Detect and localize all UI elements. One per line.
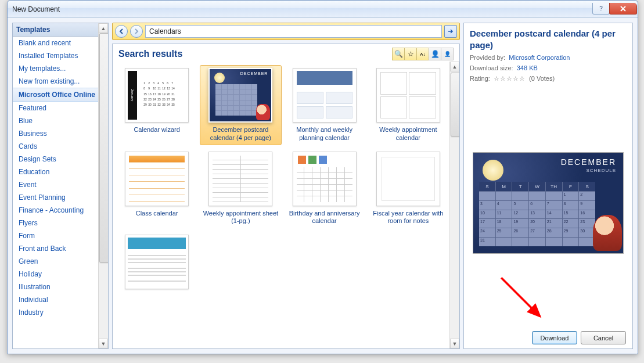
results-panel: Search results 🔍 ☆ A↓ 👤 👤 January1234567… — [112, 44, 460, 349]
nav-forward-button[interactable] — [130, 25, 143, 38]
dialog-buttons: Download Cancel — [532, 331, 626, 344]
close-icon — [620, 6, 627, 12]
rating-label: Rating: — [470, 75, 490, 82]
results-scrollbar[interactable]: ▲ ▼ — [449, 62, 459, 348]
template-card[interactable]: Weekly appointment sheet (1-pg.) — [200, 149, 281, 229]
sidebar-item[interactable]: Holiday — [13, 268, 98, 281]
provider-link[interactable]: Microsoft Corporation — [509, 54, 570, 61]
cancel-button[interactable]: Cancel — [581, 331, 626, 344]
dialog-body: Templates ⌄ Blank and recentInstalled Te… — [8, 18, 638, 354]
results-header: Search results 🔍 ☆ A↓ 👤 👤 — [113, 44, 459, 62]
sidebar-item[interactable]: Finance - Accounting — [13, 204, 98, 217]
arrow-right-icon — [134, 28, 139, 34]
sidebar-item[interactable]: Form — [13, 229, 98, 242]
scroll-down-icon[interactable]: ▼ — [99, 339, 108, 348]
scroll-up-icon[interactable]: ▲ — [450, 62, 459, 71]
go-button[interactable] — [444, 25, 457, 38]
rating-votes: (0 Votes) — [529, 75, 555, 82]
nav-back-button[interactable] — [115, 25, 128, 38]
template-card[interactable]: Class calendar — [116, 149, 197, 229]
scroll-up-icon[interactable]: ▲ — [99, 23, 108, 33]
help-button[interactable]: ? — [592, 3, 610, 15]
sidebar-item[interactable]: Event Planning — [13, 191, 98, 204]
santa-icon — [593, 215, 622, 251]
sidebar-item[interactable]: Event — [13, 178, 98, 191]
nav-toolbar: Calendars — [112, 23, 460, 40]
sidebar-item[interactable]: Blue — [13, 114, 98, 127]
view-search-icon[interactable]: 🔍 — [392, 48, 405, 60]
scroll-track[interactable] — [99, 33, 108, 339]
view-sort-icon[interactable]: A↓ — [416, 48, 429, 60]
sidebar-item[interactable]: Business — [13, 127, 98, 140]
template-card[interactable]: Monthly and weekly planning calendar — [284, 65, 365, 145]
sidebar-item[interactable]: Green — [13, 255, 98, 268]
preview-rating: Rating: ☆☆☆☆☆ (0 Votes) — [470, 75, 627, 82]
templates-sidebar: Templates ⌄ Blank and recentInstalled Te… — [12, 23, 109, 349]
new-document-dialog: New Document ? Templates ⌄ Blank and rec… — [7, 0, 638, 354]
sidebar-scrollbar[interactable]: ▲ ▼ — [98, 23, 108, 348]
template-label: December postcard calendar (4 per page) — [203, 126, 278, 142]
results-grid: January123456789101112131415161718192021… — [113, 62, 459, 299]
template-label: Class calendar — [136, 210, 178, 218]
sidebar-item[interactable]: Design Sets — [13, 153, 98, 166]
preview-thumbnail: DECEMBER SCHEDULE SMTWTHFS12345678910111… — [473, 152, 624, 254]
scroll-thumb[interactable] — [451, 73, 459, 136]
view-tools: 🔍 ☆ A↓ 👤 👤 — [393, 48, 454, 60]
template-card[interactable]: Birthday and anniversary calendar — [284, 149, 365, 229]
view-user-icon[interactable]: 👤 — [429, 48, 441, 60]
template-card[interactable]: January123456789101112131415161718192021… — [116, 65, 197, 145]
template-card[interactable]: DECEMBERDecember postcard calendar (4 pe… — [200, 65, 281, 145]
sidebar-item[interactable]: Cards — [13, 140, 98, 153]
preview-big-title: DECEMBER — [561, 157, 616, 167]
template-label: Birthday and anniversary calendar — [287, 210, 362, 226]
template-card[interactable] — [116, 232, 197, 296]
sidebar-list: Blank and recentInstalled TemplatesMy te… — [13, 37, 108, 348]
template-label: Fiscal year calendar with room for notes — [370, 210, 446, 226]
preview-thumbnail-wrap: DECEMBER SCHEDULE SMTWTHFS12345678910111… — [470, 152, 627, 254]
sidebar-item[interactable]: Individual — [13, 293, 98, 306]
close-button[interactable] — [609, 3, 637, 15]
sidebar-item[interactable]: Blank and recent — [13, 37, 98, 49]
arrow-left-icon — [118, 28, 124, 34]
sidebar-item[interactable]: Featured — [13, 102, 98, 114]
template-card[interactable]: Fiscal year calendar with room for notes — [368, 149, 449, 229]
provider-label: Provided by: — [470, 54, 505, 61]
preview-pane: December postcard calendar (4 per page) … — [463, 23, 633, 349]
preview-provider: Provided by: Microsoft Corporation — [470, 54, 627, 61]
sidebar-header-label: Templates — [16, 26, 50, 34]
window-title: New Document — [12, 5, 593, 13]
sidebar-item[interactable]: Education — [13, 166, 98, 178]
sidebar-item[interactable]: Installed Templates — [13, 49, 98, 62]
results-heading: Search results — [118, 49, 393, 59]
sidebar-item[interactable]: New from existing... — [13, 75, 98, 88]
size-label: Download size: — [470, 64, 513, 71]
sidebar-item[interactable]: Microsoft Office Online — [13, 88, 98, 102]
breadcrumb-text: Calendars — [149, 27, 181, 35]
download-button[interactable]: Download — [532, 331, 577, 344]
sidebar-item[interactable]: Front and Back — [13, 242, 98, 255]
template-label: Weekly appointment sheet (1-pg.) — [203, 210, 278, 226]
scroll-track[interactable] — [450, 71, 459, 339]
sidebar-item[interactable]: Flyers — [13, 217, 98, 229]
template-label: Calendar wizard — [134, 126, 179, 134]
center-pane: Calendars Search results 🔍 ☆ A↓ 👤 👤 — [112, 23, 460, 349]
preview-big-sub: SCHEDULE — [586, 168, 616, 173]
scroll-down-icon[interactable]: ▼ — [450, 339, 459, 348]
sidebar-item[interactable]: Illustration — [13, 281, 98, 293]
preview-title: December postcard calendar (4 per page) — [470, 28, 627, 51]
template-card[interactable]: Weekly appointment calendar — [368, 65, 449, 145]
scroll-thumb[interactable] — [99, 33, 109, 263]
breadcrumb[interactable]: Calendars — [145, 25, 442, 38]
sidebar-header[interactable]: Templates ⌄ — [13, 23, 108, 37]
moon-icon — [483, 160, 503, 181]
rating-stars-icon: ☆☆☆☆☆ — [494, 75, 526, 82]
window-controls: ? — [593, 3, 637, 15]
sidebar-item[interactable]: Industry — [13, 306, 98, 319]
template-label: Weekly appointment calendar — [370, 126, 446, 142]
view-add-user-icon[interactable]: 👤 — [441, 48, 454, 60]
titlebar[interactable]: New Document ? — [8, 1, 638, 18]
view-favorite-icon[interactable]: ☆ — [404, 48, 417, 60]
sidebar-item[interactable]: My templates... — [13, 62, 98, 75]
template-label: Monthly and weekly planning calendar — [287, 126, 362, 142]
size-value: 348 KB — [517, 64, 538, 71]
